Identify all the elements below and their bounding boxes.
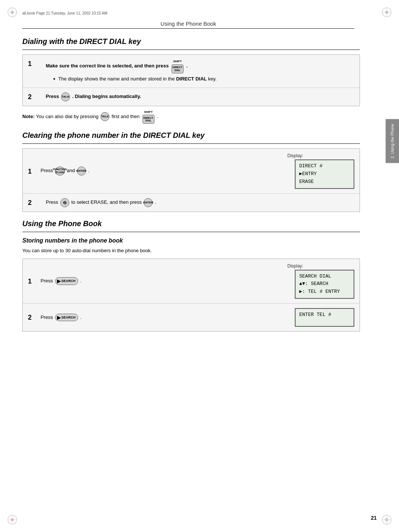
corner-mark-tl [7,7,18,18]
section2-display-area: Display: DIRECT # ▶ENTRY ERASE [287,153,354,189]
section3-display2-box: ENTER TEL # [295,308,354,327]
direct-dial-icon: DIRECTDIAL [172,64,183,73]
section3-display2-area: ENTER TEL # [287,308,354,327]
search-btn-1: ▶ SEARCH [55,277,78,285]
section3-step1-num: 1 [28,277,35,285]
section2-step1-num: 1 [28,167,35,175]
search-arrow-icon-2: ▶ [57,315,61,320]
section1-note: Note: You can also dial by pressing TALK… [22,110,360,124]
talk-key-icon: TALK [61,92,70,101]
header-title: Using the Phone Book [160,20,216,27]
step1-bullet: • The display shows the name and number … [53,75,354,83]
section3-intro: You can store up to 30 auto-dial numbers… [22,247,360,255]
search-btn-2: ▶ SEARCH [55,314,78,321]
section1-instruction-box: 1 Make sure the correct line is selected… [22,54,360,106]
search-arrow-icon: ▶ [57,279,61,284]
section3-step2-row: 2 Press ▶ SEARCH . ENTER TEL # [23,304,360,331]
section3-divider [22,232,360,232]
section2-heading: Clearing the phone number in the DIRECT … [22,131,360,140]
step1-num: 1 [28,59,35,83]
section3-display-area: Display: SEARCH DIAL ▲▼: SEARCH ▶: TEL #… [287,263,354,299]
page-header: Using the Phone Book [22,20,354,29]
section2-step2-num: 2 [28,198,35,207]
section2-display-box: DIRECT # ▶ENTRY ERASE [295,159,354,189]
note-direct-dial-icon: SHIFT DIRECTDIAL [142,110,155,124]
file-info: all.book Page 21 Tuesday, June 11, 2002 … [22,11,107,15]
section1-divider [22,50,360,50]
section3-step1-content: Press ▶ SEARCH . [41,277,82,285]
corner-mark-br [381,514,392,525]
section2-display-label: Display: [287,153,303,158]
section2-step2-content: Press ⊖ to select ERASE, and then press … [46,198,354,207]
section3-step2-num: 2 [28,313,35,322]
section3-display-box: SEARCH DIAL ▲▼: SEARCH ▶: TEL # ENTRY [295,270,354,299]
section3-sub-heading: Storing numbers in the phone book [22,237,360,244]
note-direct-icon: DIRECTDIAL [143,115,154,124]
function-key-icon: FUNCTION/FLASH [55,167,65,175]
direct-dial-key-icon: SHIFT DIRECTDIAL [171,59,184,73]
note-talk-icon: TALK [100,112,109,121]
sidebar-tab: 2. Using the Phone [386,119,399,163]
main-content: Dialing with the DIRECT DIAL key 1 Make … [22,30,360,510]
section3-step1-row: 1 Press ▶ SEARCH . Display: SEARCH DIAL … [23,259,360,304]
section2-step1-content: Press FUNCTION/FLASH and ENTER . [41,167,89,175]
step1-content: Make sure the correct line is selected, … [46,59,354,83]
section1-step2-row: 2 Press TALK . Dialing begins automatica… [23,88,360,106]
enter-key-icon-2: ENTER [144,198,153,207]
section3-display-label: Display: [287,263,303,269]
step2-num: 2 [28,92,35,101]
section2-divider [22,143,360,144]
section2-step1-row: 1 Press FUNCTION/FLASH and ENTER . Displ… [23,149,360,193]
section1-step1-row: 1 Make sure the correct line is selected… [23,55,360,88]
page-number: 21 [371,515,377,521]
section3-step2-content: Press ▶ SEARCH . [41,314,82,322]
section3-instruction-box: 1 Press ▶ SEARCH . Display: SEARCH DIAL … [22,259,360,332]
section2-step2-row: 2 Press ⊖ to select ERASE, and then pres… [23,194,360,212]
corner-mark-tr [381,7,392,18]
step2-content: Press TALK . Dialing begins automaticall… [46,92,354,101]
section1-heading: Dialing with the DIRECT DIAL key [22,37,360,46]
section3-heading: Using the Phone Book [22,219,360,228]
section2-instruction-box: 1 Press FUNCTION/FLASH and ENTER . Displ… [22,148,360,212]
down-arrow-icon: ⊖ [60,198,69,207]
step1-main-text: Make sure the correct line is selected, … [46,63,188,69]
corner-mark-bl [7,514,18,525]
enter-key-icon-1: ENTER [77,167,86,175]
